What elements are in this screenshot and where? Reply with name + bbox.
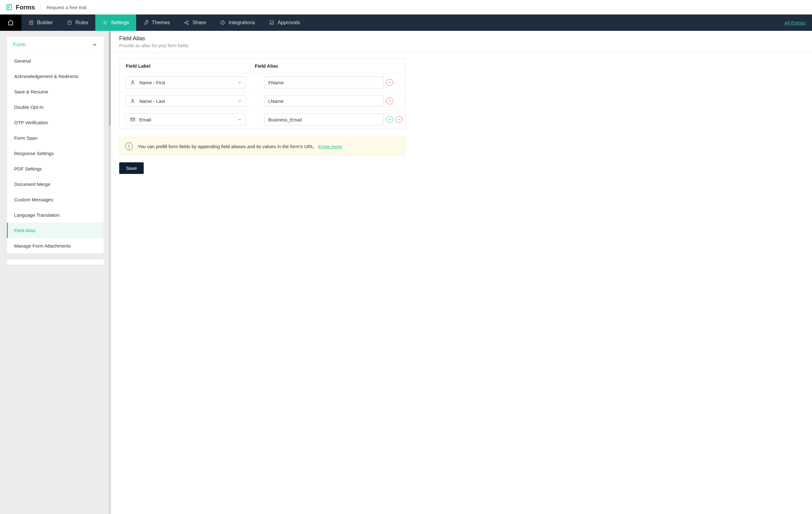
col-header-label: Field Label (126, 63, 255, 68)
sidebar-item[interactable]: OTP Verification (7, 115, 104, 130)
body: Form GeneralAcknowledgement & RedirectsS… (0, 31, 812, 514)
themes-icon (143, 20, 149, 26)
field-select[interactable]: Name - First (126, 77, 246, 88)
sidebar-item[interactable]: Language Translation (7, 207, 104, 223)
svg-point-6 (187, 24, 188, 25)
page-subtitle: Provide an alias for your form fields. (119, 43, 804, 48)
nav-approvals[interactable]: Approvals (262, 15, 307, 31)
approvals-icon (269, 20, 274, 26)
sidebar-item[interactable]: Double Opt-In (7, 99, 104, 115)
brand[interactable]: Forms (6, 4, 35, 11)
sidebar-panel-form: Form GeneralAcknowledgement & RedirectsS… (7, 36, 104, 254)
alias-input[interactable] (264, 77, 384, 88)
sidebar-panel-next[interactable] (7, 259, 104, 265)
sidebar-item[interactable]: Custom Messages (7, 192, 104, 207)
nav-themes[interactable]: Themes (136, 15, 177, 31)
remove-row-button[interactable] (386, 79, 393, 86)
alias-table: Field Label Field Alias Name - FirstName… (119, 58, 405, 129)
alias-row: Email (119, 110, 405, 128)
divider (40, 4, 41, 11)
col-header-alias: Field Alias (255, 63, 399, 68)
nav-label: Builder (37, 20, 53, 26)
chevron-down-icon (237, 117, 242, 122)
builder-icon (28, 20, 34, 26)
nav-rules[interactable]: Rules (60, 15, 95, 31)
divider (111, 53, 812, 53)
nav-label: Share (193, 20, 206, 26)
info-text: You can prefill form fields by appending… (138, 144, 342, 149)
svg-point-8 (132, 81, 134, 82)
all-entries-link[interactable]: All Entries (784, 20, 806, 26)
main-nav: Builder Rules Settings Themes Share Inte… (0, 15, 812, 31)
nav-right: All Entries (784, 15, 812, 31)
nav-home[interactable] (0, 15, 21, 31)
svg-rect-7 (270, 21, 273, 25)
sidebar-item[interactable]: Manage Form Attachments (7, 238, 104, 254)
gear-icon (102, 20, 108, 26)
alias-row: Name - Last (119, 92, 405, 110)
sidebar-item[interactable]: Form Span (7, 130, 104, 146)
forms-logo-icon (6, 4, 12, 11)
top-header: Forms Request a free trial (0, 0, 812, 15)
save-button[interactable]: Save (119, 162, 144, 174)
brand-text: Forms (16, 4, 35, 11)
svg-point-4 (184, 22, 185, 23)
nav-label: Themes (152, 20, 170, 26)
field-select-label: Name - Last (139, 98, 237, 104)
sidebar-item[interactable]: General (7, 53, 104, 68)
svg-point-5 (187, 21, 188, 22)
sidebar-scrollbar-thumb[interactable] (109, 31, 111, 126)
sidebar-list: GeneralAcknowledgement & RedirectsSave &… (7, 53, 104, 254)
nav-share[interactable]: Share (177, 15, 213, 31)
page-title: Field Alias (119, 35, 804, 42)
chevron-down-icon (92, 42, 97, 48)
nav-label: Rules (76, 20, 88, 26)
remove-row-button[interactable] (386, 97, 393, 105)
alias-input[interactable] (264, 95, 384, 107)
info-icon: i (125, 143, 133, 150)
field-select[interactable]: Name - Last (126, 95, 246, 107)
share-icon (184, 20, 189, 26)
info-banner: i You can prefill form fields by appendi… (119, 137, 405, 155)
integrations-icon (220, 20, 226, 26)
chevron-down-icon (237, 80, 242, 85)
svg-point-3 (104, 22, 106, 24)
sidebar-item[interactable]: Response Settings (7, 146, 104, 161)
main: Field Alias Provide an alias for your fo… (111, 31, 812, 514)
nav-label: Integrations (229, 20, 255, 26)
sidebar-item[interactable]: Save & Resume (7, 84, 104, 99)
nav-settings[interactable]: Settings (95, 15, 136, 31)
nav-label: Approvals (278, 20, 300, 26)
sidebar: Form GeneralAcknowledgement & RedirectsS… (0, 31, 111, 514)
nav-integrations[interactable]: Integrations (213, 15, 262, 31)
request-trial-link[interactable]: Request a free trial (47, 5, 86, 10)
info-message: You can prefill form fields by appending… (138, 144, 315, 149)
field-select-label: Name - First (139, 80, 237, 85)
nav-builder[interactable]: Builder (21, 15, 60, 31)
know-more-link[interactable]: Know more (318, 144, 342, 149)
alias-table-head: Field Label Field Alias (119, 59, 405, 73)
rules-icon (67, 20, 72, 26)
sidebar-scrollbar[interactable] (109, 31, 111, 514)
field-select[interactable]: Email (126, 114, 246, 125)
alias-row: Name - First (119, 73, 405, 92)
add-row-button[interactable] (386, 116, 393, 123)
sidebar-section-header[interactable]: Form (7, 36, 104, 53)
svg-point-9 (132, 99, 134, 101)
home-icon (7, 19, 14, 26)
alias-input[interactable] (264, 114, 384, 125)
sidebar-item[interactable]: PDF Settings (7, 161, 104, 176)
chevron-down-icon (237, 99, 242, 103)
sidebar-item[interactable]: Acknowledgement & Redirects (7, 68, 104, 84)
svg-rect-2 (68, 21, 71, 25)
sidebar-section-title: Form (13, 41, 26, 48)
remove-row-button[interactable] (396, 116, 403, 123)
nav-label: Settings (111, 20, 129, 26)
sidebar-item[interactable]: Document Merge (7, 176, 104, 192)
nav-items: Builder Rules Settings Themes Share Inte… (21, 15, 784, 31)
sidebar-item[interactable]: Field Alias (7, 223, 104, 238)
field-select-label: Email (139, 117, 237, 122)
